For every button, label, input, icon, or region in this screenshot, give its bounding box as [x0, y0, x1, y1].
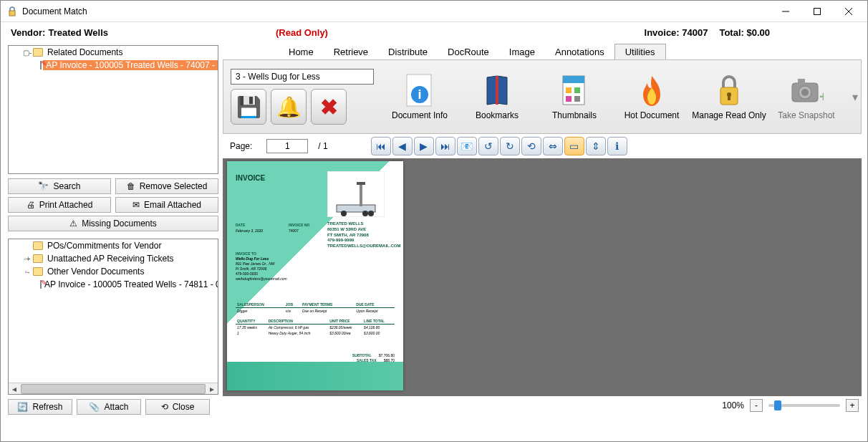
- tab-distribute[interactable]: Distribute: [378, 44, 438, 59]
- info-button[interactable]: ℹ: [607, 137, 627, 155]
- tab-docroute[interactable]: DocRoute: [438, 44, 499, 59]
- remove-selected-button[interactable]: 🗑Remove Selected: [115, 178, 218, 194]
- page-toolbar: Page: / 1 ⏮ ◀ ▶ ⏭ 📧 ↺ ↻ ⟲ ⇔ ▭ ⇕ ℹ: [223, 134, 867, 158]
- tree-node-ap-invoice-74007[interactable]: AP Invoice - 100005 Treated Wells - 7400…: [9, 59, 218, 72]
- email-icon: ✉: [132, 200, 140, 210]
- button-label: Attach: [104, 402, 128, 412]
- rotate-reset-button[interactable]: ⟲: [521, 137, 541, 155]
- folder-icon: [33, 48, 43, 57]
- export-button[interactable]: 📧: [457, 137, 477, 155]
- readonly-label: (Read Only): [276, 27, 328, 38]
- zoom-slider[interactable]: [768, 404, 840, 407]
- tree-node-related-documents[interactable]: ▢- Related Documents: [9, 46, 218, 59]
- save-button[interactable]: 💾: [231, 89, 266, 125]
- tree-collapse-icon[interactable]: ▫-: [21, 268, 33, 276]
- related-documents-tree[interactable]: ▢- Related Documents AP Invoice - 100005…: [8, 45, 218, 174]
- invoice-table: SALESPERSONJOBPAYMENT TERMSDUE DATE Digg…: [236, 302, 395, 336]
- svg-point-26: [368, 211, 374, 216]
- tab-annotations[interactable]: Annotations: [545, 44, 614, 59]
- tree-node-pos-commitments[interactable]: POs/Commitments for Vendor: [9, 239, 218, 252]
- tree-node-label: AP Invoice - 100005 Treated Wells - 7400…: [43, 60, 218, 70]
- td-job: n/a: [284, 308, 301, 314]
- invoice-image: [327, 171, 385, 217]
- scroll-right-arrow[interactable]: ▸: [206, 383, 218, 394]
- dropdown-value: 3 - Wells Dug for Less: [236, 72, 320, 82]
- delete-button[interactable]: ✖: [311, 89, 347, 125]
- horizontal-scrollbar[interactable]: ◂ ▸: [9, 383, 218, 394]
- fit-height-button[interactable]: ⇕: [586, 137, 606, 155]
- fit-page-button[interactable]: ▭: [564, 137, 584, 155]
- tree-node-unattached-tickets[interactable]: ▫+ Unattached AP Receiving Tickets: [9, 252, 218, 265]
- rotate-left-button[interactable]: ↺: [478, 137, 498, 155]
- next-page-button[interactable]: ▶: [414, 137, 434, 155]
- scrollbar-thumb[interactable]: [21, 384, 206, 394]
- th-line: LINE TOTAL: [362, 318, 395, 325]
- window-minimize-button[interactable]: [770, 1, 801, 21]
- binoculars-icon: 🔭: [38, 181, 49, 191]
- document-info-button[interactable]: i Document Info: [381, 73, 458, 120]
- tab-utilities[interactable]: Utilities: [614, 44, 666, 60]
- first-page-button[interactable]: ⏮: [371, 137, 391, 155]
- hot-document-button[interactable]: Hot Document: [613, 73, 690, 120]
- button-label: Thumbnails: [552, 110, 597, 120]
- search-button[interactable]: 🔭Search: [8, 178, 111, 194]
- invoice-no-value: 74007: [289, 229, 299, 233]
- svg-rect-11: [566, 87, 572, 93]
- zoom-out-button[interactable]: -: [750, 399, 763, 412]
- print-attached-button[interactable]: 🖨Print Attached: [8, 197, 111, 213]
- scroll-left-arrow[interactable]: ◂: [9, 383, 20, 394]
- alert-button[interactable]: 🔔: [271, 89, 307, 125]
- zoom-controls: 100% - +: [722, 399, 859, 412]
- tab-image[interactable]: Image: [499, 44, 545, 59]
- svg-rect-14: [574, 96, 580, 102]
- window-close-button[interactable]: [833, 1, 864, 21]
- tab-home[interactable]: Home: [279, 44, 324, 59]
- company-email: TREATEDWELLS@OUREMAIL.COM: [327, 244, 400, 249]
- svg-rect-27: [360, 183, 362, 206]
- vendor-documents-tree[interactable]: POs/Commitments for Vendor ▫+ Unattached…: [8, 239, 218, 395]
- window-maximize-button[interactable]: [801, 1, 833, 21]
- tree-node-ap-invoice-74811[interactable]: AP Invoice - 100005 Treated Wells - 7481…: [9, 278, 218, 291]
- refresh-button[interactable]: 🔄Refresh: [8, 399, 72, 415]
- td-terms: Due on Receipt: [301, 308, 355, 314]
- company-name: TREATED WELLS: [327, 221, 400, 227]
- page-number-input[interactable]: [266, 139, 308, 153]
- invoice-to-name: Wells Dug For Less: [236, 256, 287, 261]
- document-type-dropdown[interactable]: 3 - Wells Dug for Less: [231, 69, 374, 85]
- ribbon-overflow-icon[interactable]: ▾: [852, 90, 858, 104]
- company-addr1: 60351 W 53RD AVE: [327, 227, 400, 233]
- td: Air Compressor, 6 hP gas: [267, 325, 329, 331]
- invoice-to-block: INVOICE TO Wells Dug For Less 801 Paw Ja…: [236, 251, 287, 282]
- tree-node-other-vendor-docs[interactable]: ▫- Other Vendor Documents: [9, 265, 218, 278]
- lock-icon: [6, 6, 18, 17]
- document-viewer[interactable]: INVOICE DATE February 3, 2020 INVOICE NO…: [223, 158, 862, 396]
- tree-expand-icon[interactable]: ▫+: [21, 255, 33, 263]
- tab-retrieve[interactable]: Retrieve: [324, 44, 378, 59]
- zoom-slider-knob[interactable]: [774, 400, 781, 410]
- thumbnails-button[interactable]: Thumbnails: [536, 73, 613, 120]
- last-page-button[interactable]: ⏭: [435, 137, 455, 155]
- button-label: Remove Selected: [140, 181, 208, 191]
- th-job: JOB: [284, 302, 301, 308]
- svg-text:i: i: [418, 87, 421, 102]
- th-due: DUE DATE: [355, 302, 395, 308]
- attach-button[interactable]: 📎Attach: [77, 399, 141, 415]
- invoice-to-addr1: 801 Paw James Dr., NW: [236, 261, 287, 266]
- th-price: UNIT PRICE: [328, 318, 362, 325]
- total-label: Total: $0.00: [719, 27, 770, 38]
- svg-rect-10: [563, 76, 584, 83]
- tree-collapse-icon[interactable]: ▢-: [21, 49, 33, 57]
- manage-read-only-button[interactable]: Manage Read Only: [690, 73, 768, 120]
- button-label: Close: [173, 402, 195, 412]
- rotate-right-button[interactable]: ↻: [500, 137, 520, 155]
- bookmarks-button[interactable]: Bookmarks: [458, 73, 536, 120]
- tree-node-label: Related Documents: [46, 47, 124, 57]
- prev-page-button[interactable]: ◀: [392, 137, 413, 155]
- close-button[interactable]: ⟲Close: [145, 399, 210, 415]
- zoom-in-button[interactable]: +: [846, 399, 859, 412]
- missing-documents-button[interactable]: ⚠Missing Documents: [8, 216, 218, 231]
- fit-width-button[interactable]: ⇔: [543, 137, 563, 155]
- email-attached-button[interactable]: ✉Email Attached: [115, 197, 218, 213]
- invoice-no-label: INVOICE NO: [289, 223, 309, 227]
- td: $3,600.00: [362, 330, 395, 336]
